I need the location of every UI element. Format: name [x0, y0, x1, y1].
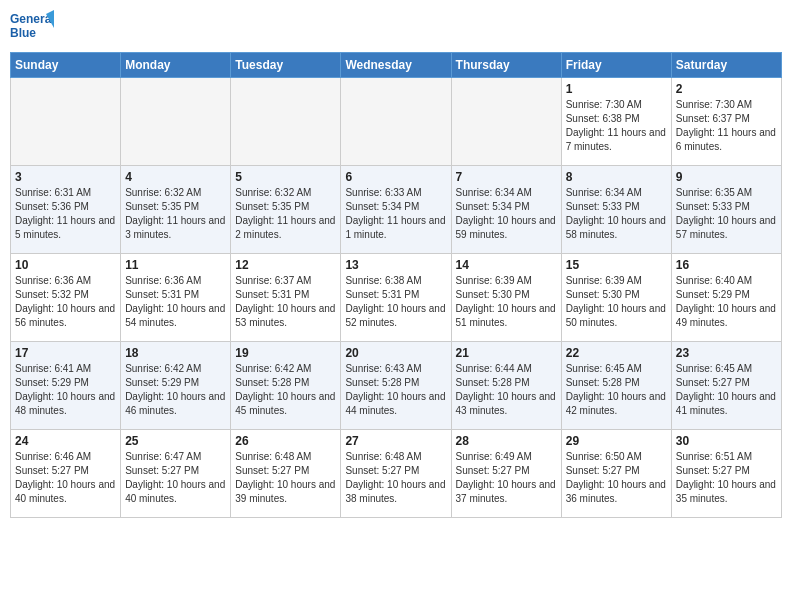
- day-info: Sunrise: 6:48 AMSunset: 5:27 PMDaylight:…: [235, 450, 336, 506]
- calendar-cell: 25Sunrise: 6:47 AMSunset: 5:27 PMDayligh…: [121, 430, 231, 518]
- calendar-cell: 3Sunrise: 6:31 AMSunset: 5:36 PMDaylight…: [11, 166, 121, 254]
- calendar-week-row: 24Sunrise: 6:46 AMSunset: 5:27 PMDayligh…: [11, 430, 782, 518]
- day-info: Sunrise: 6:45 AMSunset: 5:28 PMDaylight:…: [566, 362, 667, 418]
- calendar-cell: 13Sunrise: 6:38 AMSunset: 5:31 PMDayligh…: [341, 254, 451, 342]
- calendar-cell: 23Sunrise: 6:45 AMSunset: 5:27 PMDayligh…: [671, 342, 781, 430]
- calendar-week-row: 1Sunrise: 7:30 AMSunset: 6:38 PMDaylight…: [11, 78, 782, 166]
- day-info: Sunrise: 6:31 AMSunset: 5:36 PMDaylight:…: [15, 186, 116, 242]
- page-header: General Blue: [10, 10, 782, 46]
- calendar-cell: 27Sunrise: 6:48 AMSunset: 5:27 PMDayligh…: [341, 430, 451, 518]
- calendar-cell: [121, 78, 231, 166]
- day-info: Sunrise: 6:35 AMSunset: 5:33 PMDaylight:…: [676, 186, 777, 242]
- calendar-cell: 1Sunrise: 7:30 AMSunset: 6:38 PMDaylight…: [561, 78, 671, 166]
- calendar-cell: 30Sunrise: 6:51 AMSunset: 5:27 PMDayligh…: [671, 430, 781, 518]
- calendar-cell: 26Sunrise: 6:48 AMSunset: 5:27 PMDayligh…: [231, 430, 341, 518]
- calendar-cell: 6Sunrise: 6:33 AMSunset: 5:34 PMDaylight…: [341, 166, 451, 254]
- calendar-cell: 12Sunrise: 6:37 AMSunset: 5:31 PMDayligh…: [231, 254, 341, 342]
- day-number: 19: [235, 346, 336, 360]
- day-info: Sunrise: 6:42 AMSunset: 5:29 PMDaylight:…: [125, 362, 226, 418]
- day-number: 18: [125, 346, 226, 360]
- calendar-cell: 9Sunrise: 6:35 AMSunset: 5:33 PMDaylight…: [671, 166, 781, 254]
- calendar-week-row: 10Sunrise: 6:36 AMSunset: 5:32 PMDayligh…: [11, 254, 782, 342]
- day-number: 22: [566, 346, 667, 360]
- day-info: Sunrise: 7:30 AMSunset: 6:38 PMDaylight:…: [566, 98, 667, 154]
- day-info: Sunrise: 6:45 AMSunset: 5:27 PMDaylight:…: [676, 362, 777, 418]
- weekday-header: Thursday: [451, 53, 561, 78]
- calendar-cell: 2Sunrise: 7:30 AMSunset: 6:37 PMDaylight…: [671, 78, 781, 166]
- day-info: Sunrise: 6:40 AMSunset: 5:29 PMDaylight:…: [676, 274, 777, 330]
- calendar-cell: [451, 78, 561, 166]
- weekday-header: Friday: [561, 53, 671, 78]
- day-number: 27: [345, 434, 446, 448]
- day-info: Sunrise: 6:50 AMSunset: 5:27 PMDaylight:…: [566, 450, 667, 506]
- day-number: 12: [235, 258, 336, 272]
- weekday-header: Wednesday: [341, 53, 451, 78]
- day-info: Sunrise: 6:48 AMSunset: 5:27 PMDaylight:…: [345, 450, 446, 506]
- day-info: Sunrise: 6:44 AMSunset: 5:28 PMDaylight:…: [456, 362, 557, 418]
- day-info: Sunrise: 6:42 AMSunset: 5:28 PMDaylight:…: [235, 362, 336, 418]
- calendar-cell: 22Sunrise: 6:45 AMSunset: 5:28 PMDayligh…: [561, 342, 671, 430]
- day-number: 3: [15, 170, 116, 184]
- day-number: 15: [566, 258, 667, 272]
- day-number: 5: [235, 170, 336, 184]
- day-number: 24: [15, 434, 116, 448]
- svg-text:Blue: Blue: [10, 26, 36, 40]
- calendar-week-row: 17Sunrise: 6:41 AMSunset: 5:29 PMDayligh…: [11, 342, 782, 430]
- calendar-cell: 10Sunrise: 6:36 AMSunset: 5:32 PMDayligh…: [11, 254, 121, 342]
- day-number: 4: [125, 170, 226, 184]
- calendar-cell: 7Sunrise: 6:34 AMSunset: 5:34 PMDaylight…: [451, 166, 561, 254]
- day-info: Sunrise: 6:39 AMSunset: 5:30 PMDaylight:…: [456, 274, 557, 330]
- calendar-cell: 20Sunrise: 6:43 AMSunset: 5:28 PMDayligh…: [341, 342, 451, 430]
- day-number: 14: [456, 258, 557, 272]
- calendar-cell: 24Sunrise: 6:46 AMSunset: 5:27 PMDayligh…: [11, 430, 121, 518]
- day-info: Sunrise: 6:39 AMSunset: 5:30 PMDaylight:…: [566, 274, 667, 330]
- day-number: 11: [125, 258, 226, 272]
- day-number: 1: [566, 82, 667, 96]
- calendar-cell: 8Sunrise: 6:34 AMSunset: 5:33 PMDaylight…: [561, 166, 671, 254]
- day-info: Sunrise: 6:34 AMSunset: 5:33 PMDaylight:…: [566, 186, 667, 242]
- calendar-cell: 4Sunrise: 6:32 AMSunset: 5:35 PMDaylight…: [121, 166, 231, 254]
- day-number: 10: [15, 258, 116, 272]
- day-number: 21: [456, 346, 557, 360]
- day-number: 30: [676, 434, 777, 448]
- weekday-header: Tuesday: [231, 53, 341, 78]
- day-number: 8: [566, 170, 667, 184]
- calendar-week-row: 3Sunrise: 6:31 AMSunset: 5:36 PMDaylight…: [11, 166, 782, 254]
- day-number: 25: [125, 434, 226, 448]
- day-number: 7: [456, 170, 557, 184]
- calendar-cell: 5Sunrise: 6:32 AMSunset: 5:35 PMDaylight…: [231, 166, 341, 254]
- calendar-cell: 19Sunrise: 6:42 AMSunset: 5:28 PMDayligh…: [231, 342, 341, 430]
- day-info: Sunrise: 6:41 AMSunset: 5:29 PMDaylight:…: [15, 362, 116, 418]
- calendar-cell: 16Sunrise: 6:40 AMSunset: 5:29 PMDayligh…: [671, 254, 781, 342]
- day-info: Sunrise: 6:34 AMSunset: 5:34 PMDaylight:…: [456, 186, 557, 242]
- logo: General Blue: [10, 10, 54, 46]
- day-info: Sunrise: 6:49 AMSunset: 5:27 PMDaylight:…: [456, 450, 557, 506]
- calendar-cell: 14Sunrise: 6:39 AMSunset: 5:30 PMDayligh…: [451, 254, 561, 342]
- day-info: Sunrise: 6:33 AMSunset: 5:34 PMDaylight:…: [345, 186, 446, 242]
- calendar-cell: 21Sunrise: 6:44 AMSunset: 5:28 PMDayligh…: [451, 342, 561, 430]
- day-number: 16: [676, 258, 777, 272]
- day-info: Sunrise: 6:38 AMSunset: 5:31 PMDaylight:…: [345, 274, 446, 330]
- calendar-table: SundayMondayTuesdayWednesdayThursdayFrid…: [10, 52, 782, 518]
- day-info: Sunrise: 6:43 AMSunset: 5:28 PMDaylight:…: [345, 362, 446, 418]
- day-number: 26: [235, 434, 336, 448]
- day-info: Sunrise: 6:36 AMSunset: 5:32 PMDaylight:…: [15, 274, 116, 330]
- day-number: 23: [676, 346, 777, 360]
- calendar-cell: [231, 78, 341, 166]
- weekday-header: Saturday: [671, 53, 781, 78]
- day-number: 29: [566, 434, 667, 448]
- weekday-header: Sunday: [11, 53, 121, 78]
- calendar-cell: 11Sunrise: 6:36 AMSunset: 5:31 PMDayligh…: [121, 254, 231, 342]
- day-number: 6: [345, 170, 446, 184]
- calendar-cell: [11, 78, 121, 166]
- calendar-cell: 29Sunrise: 6:50 AMSunset: 5:27 PMDayligh…: [561, 430, 671, 518]
- day-info: Sunrise: 6:46 AMSunset: 5:27 PMDaylight:…: [15, 450, 116, 506]
- weekday-header: Monday: [121, 53, 231, 78]
- calendar-cell: [341, 78, 451, 166]
- calendar-cell: 15Sunrise: 6:39 AMSunset: 5:30 PMDayligh…: [561, 254, 671, 342]
- day-number: 20: [345, 346, 446, 360]
- calendar-cell: 28Sunrise: 6:49 AMSunset: 5:27 PMDayligh…: [451, 430, 561, 518]
- day-number: 17: [15, 346, 116, 360]
- logo-svg: General Blue: [10, 10, 54, 46]
- day-info: Sunrise: 6:36 AMSunset: 5:31 PMDaylight:…: [125, 274, 226, 330]
